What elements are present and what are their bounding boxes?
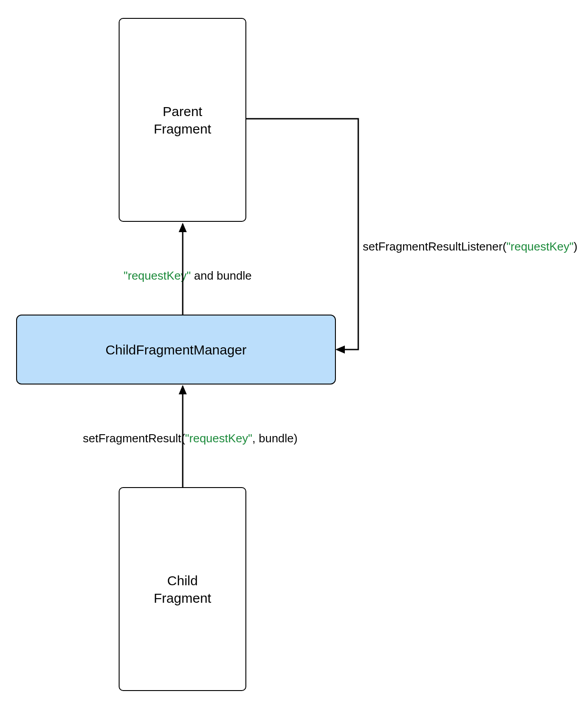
from-child-key: "requestKey" bbox=[185, 432, 252, 445]
parent-fragment-label-line2: Fragment bbox=[154, 121, 211, 136]
from-child-suffix: , bundle) bbox=[252, 432, 297, 445]
from-child-edge-label: setFragmentResult("requestKey", bundle) bbox=[83, 432, 297, 445]
listener-suffix: ) bbox=[574, 240, 578, 253]
child-fragment-node: Child Fragment bbox=[119, 487, 246, 691]
from-child-prefix: setFragmentResult( bbox=[83, 432, 185, 445]
parent-fragment-label-line1: Parent bbox=[163, 104, 202, 119]
parent-fragment-node: Parent Fragment bbox=[119, 18, 246, 222]
to-parent-edge-label: "requestKey" and bundle bbox=[124, 269, 252, 283]
to-parent-key: "requestKey" bbox=[124, 269, 191, 282]
child-fragment-manager-label: ChildFragmentManager bbox=[105, 341, 246, 358]
listener-edge-label: setFragmentResultListener("requestKey") bbox=[363, 240, 577, 254]
to-parent-text: and bundle bbox=[191, 269, 252, 282]
child-fragment-manager-node: ChildFragmentManager bbox=[16, 315, 336, 384]
child-fragment-label-line1: Child bbox=[167, 573, 197, 588]
listener-key: "requestKey" bbox=[506, 240, 574, 253]
listener-prefix: setFragmentResultListener( bbox=[363, 240, 506, 253]
child-fragment-label-line2: Fragment bbox=[154, 591, 211, 605]
